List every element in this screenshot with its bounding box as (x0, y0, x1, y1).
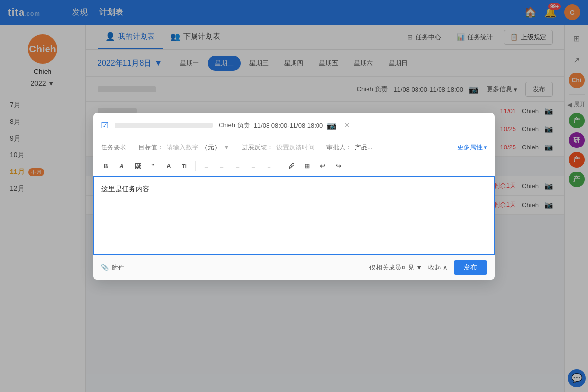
modal-title[interactable] (115, 122, 213, 128)
modal-check-icon: ☑ (101, 120, 109, 131)
modal-camera-icon[interactable]: 📷 (327, 121, 337, 130)
toolbar-list-ol[interactable]: ≡ (199, 159, 213, 173)
attr-feedback: 进展反馈： 设置反馈时间 (242, 143, 315, 152)
visibility-dropdown-icon: ▼ (416, 264, 422, 271)
goal-dropdown-icon[interactable]: ▼ (223, 144, 230, 151)
modal-publish-button[interactable]: 发布 (454, 260, 487, 275)
toolbar-sep-1 (195, 161, 196, 171)
footer-right: 仅相关成员可见 ▼ 收起 ∧ 发布 (369, 260, 487, 275)
feedback-label: 进展反馈： (242, 143, 273, 152)
toolbar-italic[interactable]: A (115, 159, 128, 173)
more-attrs-chevron-icon: ▾ (484, 144, 487, 151)
requirement-label: 任务要求 (101, 143, 126, 152)
toolbar-sep-2 (280, 161, 280, 171)
goal-label: 目标值： (138, 143, 164, 152)
feedback-input[interactable]: 设置反馈时间 (276, 143, 315, 152)
toolbar-image[interactable]: 🖼 (130, 159, 144, 173)
modal-attrs: 任务要求 目标值： 请输入数字 （元） ▼ 进展反馈： 设置反馈时间 审批人： … (93, 139, 495, 156)
editor-toolbar: B A 🖼 " A TI ≡ ≡ ≡ ≡ ≡ 🖊 ⊞ ↩ ↪ (93, 156, 495, 176)
modal-assignee: Chieh 负责 (219, 121, 250, 130)
modal-footer: 📎 附件 仅相关成员可见 ▼ 收起 ∧ 发布 (93, 255, 495, 280)
toolbar-align[interactable]: ≡ (262, 159, 276, 173)
attach-button[interactable]: 📎 附件 (101, 263, 124, 272)
goal-input[interactable]: 请输入数字 (167, 143, 198, 152)
editor-body[interactable]: 这里是任务内容 (93, 176, 495, 255)
toolbar-pen[interactable]: 🖊 (284, 159, 298, 173)
modal-close-button[interactable]: × (343, 119, 352, 133)
toolbar-undo[interactable]: ↩ (316, 159, 329, 173)
collapse-icon: ∧ (443, 264, 448, 271)
toolbar-bold[interactable]: B (99, 159, 113, 173)
modal-overlay: ☑ Chieh 负责 11/08 08:00-11/08 18:00 📷 × 任… (0, 0, 588, 392)
toolbar-table[interactable]: ⊞ (300, 159, 314, 173)
modal-time: 11/08 08:00-11/08 18:00 (254, 122, 323, 129)
toolbar-redo[interactable]: ↪ (331, 159, 345, 173)
toolbar-title[interactable]: TI (177, 159, 191, 173)
toolbar-text[interactable]: A (162, 159, 175, 173)
toolbar-quote[interactable]: " (146, 159, 160, 173)
attr-approver: 审批人： 产品... (326, 143, 373, 152)
approver-value: 产品... (355, 143, 373, 152)
toolbar-list-ul[interactable]: ≡ (215, 159, 229, 173)
collapse-btn[interactable]: 收起 ∧ (428, 263, 448, 272)
more-attrs-btn[interactable]: 更多属性 ▾ (457, 143, 487, 152)
goal-unit: （元） (201, 143, 220, 152)
toolbar-indent-left[interactable]: ≡ (231, 159, 245, 173)
modal-meta: Chieh 负责 11/08 08:00-11/08 18:00 📷 (219, 121, 337, 130)
attach-icon: 📎 (101, 264, 109, 271)
modal-header: ☑ Chieh 负责 11/08 08:00-11/08 18:00 📷 × (93, 113, 495, 139)
attr-requirement: 任务要求 (101, 143, 126, 152)
attr-goal: 目标值： 请输入数字 （元） ▼ (138, 143, 230, 152)
task-modal: ☑ Chieh 负责 11/08 08:00-11/08 18:00 📷 × 任… (93, 113, 495, 280)
approver-label: 审批人： (326, 143, 352, 152)
visibility-btn[interactable]: 仅相关成员可见 ▼ (369, 263, 422, 272)
toolbar-indent-right[interactable]: ≡ (246, 159, 260, 173)
